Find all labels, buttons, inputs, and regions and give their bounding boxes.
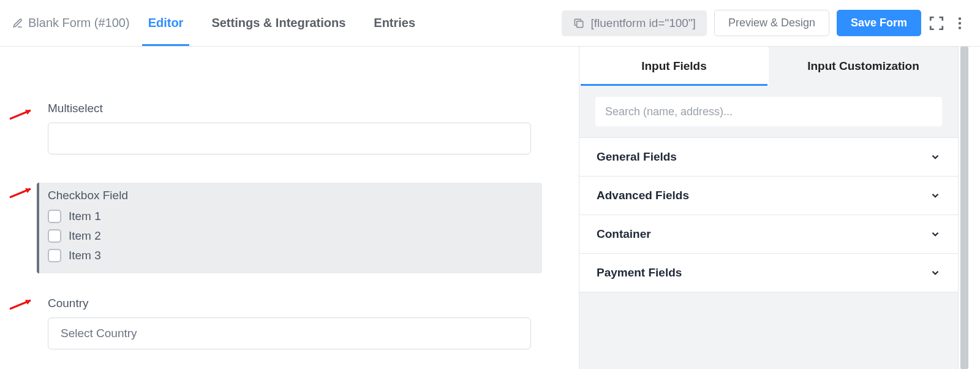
svg-rect-0: [576, 21, 582, 27]
svg-point-2: [959, 21, 961, 24]
checkbox-label: Item 1: [69, 210, 101, 223]
arrow-annotation: [9, 108, 33, 120]
main: Multiselect Checkbox Field Item 1 Item 2…: [0, 47, 980, 369]
checkbox-icon[interactable]: [48, 229, 61, 243]
topbar-right: [fluentform id="100"] Preview & Design S…: [562, 10, 968, 36]
tab-entries[interactable]: Entries: [374, 0, 415, 46]
select-placeholder: Select Country: [61, 327, 137, 340]
group-container[interactable]: Container: [579, 215, 958, 253]
save-button[interactable]: Save Form: [837, 10, 921, 36]
arrow-annotation: [9, 298, 33, 310]
shortcode-text: [fluentform id="100"]: [591, 17, 696, 30]
group-advanced-fields[interactable]: Advanced Fields: [579, 176, 958, 215]
checkbox-label: Item 2: [69, 229, 101, 243]
group-title: General Fields: [597, 150, 677, 164]
chevron-down-icon: [930, 267, 941, 278]
search-input[interactable]: [595, 97, 942, 126]
svg-point-3: [959, 26, 961, 29]
checkbox-icon[interactable]: [48, 210, 61, 223]
group-title: Advanced Fields: [597, 189, 689, 202]
country-select[interactable]: Select Country: [48, 318, 531, 349]
field-checkbox[interactable]: Checkbox Field Item 1 Item 2 Item 3: [37, 183, 542, 273]
multiselect-input[interactable]: [48, 123, 531, 154]
tab-settings[interactable]: Settings & Integrations: [211, 0, 345, 46]
pencil-icon: [12, 18, 23, 29]
form-title-wrap[interactable]: Blank Form (#100): [12, 16, 130, 30]
group-payment-fields[interactable]: Payment Fields: [579, 253, 958, 292]
scrollbar-thumb[interactable]: [960, 47, 968, 369]
shortcode-box[interactable]: [fluentform id="100"]: [562, 10, 707, 36]
field-label: Checkbox Field: [48, 189, 531, 202]
sidebar-tab-customization[interactable]: Input Customization: [769, 47, 958, 86]
field-multiselect[interactable]: Multiselect: [37, 96, 542, 165]
tab-editor[interactable]: Editor: [148, 0, 184, 46]
svg-point-1: [959, 17, 961, 20]
arrow-annotation: [9, 186, 33, 199]
search-wrap: [579, 86, 958, 137]
group-general-fields[interactable]: General Fields: [579, 137, 958, 176]
form-title: Blank Form (#100): [28, 16, 130, 30]
sidebar-tab-input-fields[interactable]: Input Fields: [579, 47, 769, 86]
form-canvas: Multiselect Checkbox Field Item 1 Item 2…: [0, 47, 579, 369]
preview-button[interactable]: Preview & Design: [714, 10, 829, 36]
checkbox-icon[interactable]: [48, 249, 61, 262]
group-title: Payment Fields: [597, 266, 682, 280]
topbar: Blank Form (#100) Editor Settings & Inte…: [0, 0, 980, 47]
field-label: Multiselect: [48, 102, 531, 115]
field-label: Country: [48, 297, 531, 310]
checkbox-option[interactable]: Item 3: [48, 249, 531, 262]
chevron-down-icon: [930, 151, 941, 162]
checkbox-label: Item 3: [69, 249, 101, 262]
scrollbar-track[interactable]: [958, 47, 980, 369]
group-title: Container: [597, 227, 651, 241]
field-country[interactable]: Country Select Country: [37, 291, 542, 360]
sidebar: Input Fields Input Customization General…: [579, 47, 958, 369]
more-menu-icon[interactable]: [952, 15, 968, 31]
chevron-down-icon: [930, 229, 941, 240]
chevron-down-icon: [930, 190, 941, 201]
checkbox-option[interactable]: Item 2: [48, 229, 531, 243]
main-tabs: Editor Settings & Integrations Entries: [148, 0, 416, 46]
sidebar-tabs: Input Fields Input Customization: [579, 47, 958, 86]
checkbox-option[interactable]: Item 1: [48, 210, 531, 223]
fullscreen-icon[interactable]: [929, 15, 944, 31]
copy-icon: [573, 17, 585, 29]
